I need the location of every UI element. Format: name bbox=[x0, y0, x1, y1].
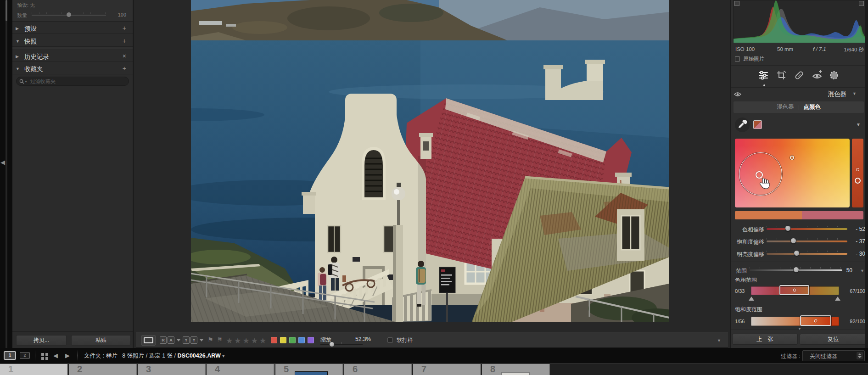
left-scrollbar-thumb[interactable] bbox=[6, 0, 7, 21]
loupe-view-button[interactable] bbox=[141, 335, 156, 346]
reference-view-caret-icon[interactable] bbox=[177, 339, 180, 341]
edit-sliders-tool-icon[interactable] bbox=[758, 70, 769, 81]
softproof-checkbox[interactable] bbox=[387, 337, 393, 343]
spinner-icon[interactable] bbox=[857, 352, 863, 359]
primary-monitor-button[interactable]: 1 bbox=[4, 351, 16, 360]
flag-pick-icon[interactable]: ⚑ bbox=[207, 336, 213, 343]
color-label-green[interactable] bbox=[289, 337, 296, 343]
reset-button[interactable]: 复位 bbox=[800, 334, 867, 345]
amount-slider-thumb[interactable] bbox=[67, 12, 71, 17]
saturation-strip[interactable] bbox=[852, 139, 863, 207]
filmstrip-cell-8[interactable]: 8 bbox=[482, 364, 550, 375]
paste-settings-button[interactable]: 粘贴 bbox=[71, 335, 131, 346]
mixer-panel-header[interactable]: 混色器 ▼ bbox=[731, 88, 867, 100]
lum-shift-thumb[interactable] bbox=[794, 250, 800, 256]
secondary-monitor-button[interactable]: 2 bbox=[20, 352, 30, 359]
masking-tool-icon[interactable] bbox=[829, 70, 840, 81]
section-presets[interactable]: ▶ 预设 + bbox=[12, 23, 133, 34]
shadow-clipping-toggle[interactable] bbox=[734, 1, 739, 6]
point-color-field[interactable] bbox=[735, 139, 850, 207]
range-caret-icon[interactable]: ▼ bbox=[860, 269, 864, 273]
toolbar-options-caret-icon[interactable]: ▼ bbox=[717, 338, 721, 343]
original-photo-checkbox[interactable] bbox=[735, 56, 740, 62]
before-after-caret-icon[interactable] bbox=[200, 339, 203, 341]
collapse-left-panel-icon[interactable]: ◀ bbox=[0, 159, 5, 166]
hue-shift-thumb[interactable] bbox=[785, 225, 791, 231]
sat-range-bar[interactable] bbox=[751, 317, 839, 326]
highlight-clipping-toggle[interactable] bbox=[859, 1, 864, 6]
sat-range-selection[interactable] bbox=[800, 315, 831, 326]
strip-selection-ring[interactable] bbox=[855, 178, 861, 184]
star-rating[interactable]: ★★★★★ bbox=[226, 336, 268, 346]
grid-view-icon[interactable] bbox=[41, 353, 44, 356]
next-photo-icon[interactable]: ▶ bbox=[65, 352, 70, 359]
previous-photo-icon[interactable]: ◀ bbox=[53, 352, 58, 359]
source-caret-icon[interactable]: ▾ bbox=[222, 353, 224, 358]
range-thumb[interactable] bbox=[793, 267, 799, 273]
collection-filter-input[interactable] bbox=[30, 78, 122, 85]
hue-range-bar[interactable] bbox=[751, 286, 839, 295]
before-after-y2-button[interactable]: Y bbox=[190, 336, 197, 344]
panel-disclosure-caret-icon[interactable]: ▼ bbox=[852, 91, 857, 96]
sat-shift-thumb[interactable] bbox=[790, 238, 796, 244]
filmstrip-cell-7[interactable]: 7 bbox=[413, 364, 481, 375]
hue-range-handle-right[interactable] bbox=[835, 297, 840, 301]
zoom-slider-thumb[interactable] bbox=[329, 341, 335, 347]
focal-length-value: 50 mm bbox=[777, 46, 793, 52]
chevron-right-icon[interactable]: ▶ bbox=[16, 54, 19, 59]
photo-canvas[interactable] bbox=[191, 0, 669, 322]
add-collection-button[interactable]: + bbox=[123, 65, 126, 72]
healing-tool-icon[interactable] bbox=[794, 70, 805, 81]
clear-history-button[interactable]: × bbox=[123, 52, 126, 60]
hue-range-selection[interactable] bbox=[779, 285, 809, 295]
flag-reject-icon[interactable]: ⚑× bbox=[217, 336, 223, 343]
section-snapshots[interactable]: ▼ 快照 + bbox=[12, 36, 133, 47]
add-preset-button[interactable]: + bbox=[123, 24, 126, 32]
color-label-purple[interactable] bbox=[308, 337, 314, 343]
left-scrollbar[interactable] bbox=[6, 0, 7, 348]
section-collections[interactable]: ▼ 收藏夹 + bbox=[12, 63, 133, 74]
chevron-down-icon[interactable]: ▼ bbox=[16, 39, 20, 44]
reference-view-r-button[interactable]: R bbox=[160, 336, 167, 344]
filmstrip-cell-5[interactable]: 5 bbox=[275, 364, 343, 375]
add-snapshot-button[interactable]: + bbox=[123, 37, 126, 45]
filter-label: 过滤器 : bbox=[781, 353, 801, 360]
filmstrip-cell-2[interactable]: 2 bbox=[69, 364, 137, 375]
redeye-tool-icon[interactable] bbox=[812, 70, 823, 81]
before-after-y1-button[interactable]: Y bbox=[183, 336, 190, 344]
section-history[interactable]: ▶ 历史记录 × bbox=[12, 51, 133, 62]
lum-shift-track[interactable] bbox=[767, 253, 847, 255]
color-label-blue[interactable] bbox=[298, 337, 305, 343]
filmstrip-cell-4[interactable]: 4 bbox=[207, 364, 274, 375]
copy-settings-button[interactable]: 拷贝... bbox=[16, 335, 67, 346]
color-label-yellow[interactable] bbox=[280, 337, 286, 343]
filmstrip-cell-6[interactable]: 6 bbox=[344, 364, 412, 375]
chevron-down-icon[interactable]: ▼ bbox=[16, 67, 20, 71]
previous-button[interactable]: 上一张 bbox=[732, 334, 798, 345]
search-options-caret-icon[interactable]: ▾ bbox=[25, 80, 27, 83]
color-label-red[interactable] bbox=[271, 337, 277, 343]
reference-view-a-button[interactable]: A bbox=[168, 336, 174, 344]
original-photo-row[interactable]: 原始照片 bbox=[733, 56, 865, 63]
chevron-right-icon[interactable]: ▶ bbox=[16, 26, 19, 31]
panel-toggle-eye-icon[interactable] bbox=[734, 92, 741, 97]
crop-tool-icon[interactable] bbox=[776, 70, 787, 81]
filmstrip-cell-1[interactable]: 1 bbox=[0, 364, 68, 375]
point-color-swatch[interactable] bbox=[753, 120, 762, 129]
point-color-disclosure-caret-icon[interactable]: ▼ bbox=[856, 122, 861, 127]
panel-resize-caret-icon[interactable]: ▼ bbox=[798, 327, 801, 331]
collection-filter-box[interactable]: ▾ bbox=[16, 77, 129, 86]
sat-shift-track[interactable] bbox=[767, 241, 847, 242]
tab-mixer[interactable]: 混色器 bbox=[777, 103, 794, 111]
hue-shift-track[interactable] bbox=[767, 228, 847, 230]
histogram[interactable] bbox=[733, 0, 865, 43]
filter-dropdown[interactable]: 关闭过滤器 bbox=[802, 350, 865, 361]
filmstrip-source-breadcrumb[interactable]: 文件夹 : 样片 8 张照片 / 选定 1 张 / DSC00426.ARW ▾ bbox=[84, 352, 224, 360]
color-sample-dot[interactable] bbox=[790, 156, 794, 160]
hue-range-handle-left[interactable] bbox=[749, 297, 754, 301]
tab-point-color[interactable]: 点颜色 bbox=[804, 103, 821, 111]
zoom-slider-track[interactable] bbox=[320, 344, 363, 345]
filmstrip-cell-3[interactable]: 3 bbox=[138, 364, 206, 375]
strip-sample-dot[interactable] bbox=[856, 168, 859, 171]
eyedropper-button[interactable] bbox=[735, 118, 750, 132]
